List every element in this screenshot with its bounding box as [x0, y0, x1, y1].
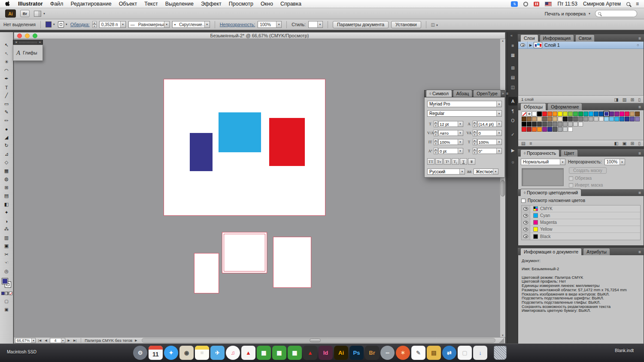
stroke-weight-stepper[interactable]: ▲▼ — [92, 21, 97, 28]
tab-document-info[interactable]: Информация о документе — [520, 248, 582, 255]
glyphs-panel[interactable]: A Глифы — [13, 45, 43, 61]
clip-checkbox[interactable] — [569, 176, 573, 181]
eyedropper-tool[interactable]: ✦ — [0, 208, 13, 217]
artboard-2[interactable] — [194, 253, 219, 293]
lasso-tool[interactable]: ◠ — [0, 66, 13, 75]
swatch[interactable] — [573, 122, 578, 127]
menu-item[interactable]: Файл — [50, 1, 64, 7]
swatch[interactable] — [635, 117, 640, 121]
tab-character[interactable]: ◊Символ — [426, 90, 452, 97]
swatch[interactable] — [568, 112, 573, 116]
character-rotation-field-value[interactable]: 0°▼ — [477, 148, 502, 154]
direct-selection-tool[interactable]: ↖ — [0, 50, 13, 58]
dock-orange-app[interactable]: ✶ — [396, 346, 410, 360]
tab-transparency[interactable]: ◊Прозрачность — [520, 149, 559, 157]
zoom-level-select[interactable]: 66,67%▼ — [15, 338, 36, 343]
style-select[interactable]: ▼ — [308, 21, 323, 28]
actions-dock-icon[interactable]: ▶ — [508, 146, 517, 154]
glyphs-panel-header[interactable]: ✕» — [13, 40, 43, 45]
dock-calendar[interactable]: 11 — [149, 346, 163, 360]
dock-blank-document[interactable]: ▢ — [458, 346, 472, 360]
opacity-label[interactable]: Непрозрачность: — [220, 22, 255, 27]
leading-field[interactable]: A▲▼(14,4 pt)▼ — [466, 121, 502, 127]
panel-menu-icon[interactable]: ≡ — [638, 105, 644, 110]
baseline-shift-field[interactable]: Aª▲▼0 pt▼ — [427, 148, 463, 154]
plate-visibility-toggle[interactable] — [522, 212, 530, 219]
swatch-none[interactable] — [522, 112, 526, 116]
swatch[interactable] — [563, 117, 568, 121]
menu-item[interactable]: Текст — [144, 1, 158, 7]
overprint-preview-checkbox[interactable] — [521, 199, 526, 203]
make-clipping-mask-icon[interactable]: ◨ — [614, 97, 619, 102]
baseline-shift-field-value[interactable]: 0 pt▼ — [438, 148, 463, 154]
preferences-button[interactable]: Установки — [391, 21, 421, 28]
swatch[interactable] — [573, 117, 578, 121]
swatch[interactable] — [563, 122, 568, 127]
superscript-button[interactable]: T¹ — [444, 158, 451, 165]
swatch[interactable] — [609, 112, 614, 116]
notification-center-icon[interactable]: ≡ — [636, 1, 639, 7]
opacity-field[interactable]: 100%▼ — [258, 21, 282, 28]
font-family-select[interactable]: Myriad Pro▼ — [427, 101, 502, 107]
opentype-dock-icon[interactable]: O — [508, 116, 517, 125]
swatch-options-icon[interactable]: ◧ — [614, 141, 619, 146]
scroll-down-icon[interactable]: ▼ — [500, 334, 505, 337]
menu-item[interactable]: Окно — [261, 1, 273, 7]
new-layer-icon[interactable]: ⊞ — [630, 97, 634, 102]
swatch[interactable] — [599, 112, 604, 116]
menu-clock[interactable]: Пт 11:53 — [557, 1, 577, 7]
vertical-scroll-thumb[interactable] — [501, 180, 505, 196]
language-select[interactable]: Русский▼ — [427, 169, 465, 175]
panel-resize-grip[interactable]: ∙ ∙ ∙ ∙ — [518, 339, 644, 342]
layer-row[interactable]: ▶ Слой 1 ○ — [518, 42, 644, 49]
swatch[interactable] — [563, 112, 568, 116]
tab-attributes[interactable]: Атрибуты — [583, 248, 610, 255]
horizontal-scrollbar[interactable] — [142, 338, 495, 343]
artboard-number-select[interactable]: 4▼ — [50, 338, 65, 343]
control-extra-icon[interactable]: ◫▼ — [431, 22, 438, 27]
vertical-scrollbar[interactable]: ▲ ▼ — [500, 39, 505, 337]
plate-row[interactable]: CMYK — [522, 205, 640, 212]
mesh-tool[interactable]: ▤ — [0, 192, 13, 200]
fill-color-control[interactable]: ▼ — [46, 21, 55, 27]
eraser-tool[interactable]: ◢ — [0, 133, 13, 142]
layer-target-icon[interactable]: ○ — [632, 43, 644, 47]
strikethrough-button[interactable]: T — [468, 158, 475, 165]
plate-visibility-toggle[interactable] — [522, 233, 530, 240]
tab-appearance[interactable]: Оформление — [547, 103, 582, 110]
swatch[interactable] — [537, 112, 542, 116]
swatch-registration[interactable]: ⊕ — [527, 112, 532, 116]
plate-visibility-toggle[interactable] — [522, 219, 530, 226]
kerning-field[interactable]: V/A▲▼Авто▼ — [427, 130, 463, 136]
tab-layers[interactable]: Слои — [520, 34, 538, 42]
new-color-group-icon[interactable]: ▣ — [622, 141, 626, 146]
stepper-icon[interactable]: ▲▼ — [434, 121, 438, 127]
panel-menu-icon[interactable]: ≡ — [638, 190, 644, 196]
tab-separations-preview[interactable]: ◊Просмотр цветоделений — [520, 189, 581, 196]
document-title-bar[interactable]: Безымянный-2* @ 66,67% (CMYK/Просмотр) — [14, 32, 505, 39]
swatch[interactable] — [547, 117, 552, 121]
rectangle-tool[interactable]: ▭ — [0, 100, 13, 108]
artboard-3[interactable] — [222, 232, 267, 273]
swatch[interactable] — [568, 122, 573, 127]
swatch[interactable] — [604, 117, 609, 121]
status-menu-arrow-icon[interactable]: ▶ — [134, 339, 138, 342]
appearance-dock-icon[interactable]: ☼ — [508, 157, 517, 166]
stepper-icon[interactable]: ▲▼ — [434, 148, 438, 154]
menu-user[interactable]: Смирнов Артем — [583, 1, 621, 7]
panel-grip-icon[interactable]: ≡ — [508, 41, 517, 50]
dock-photoshop[interactable]: Ps — [349, 346, 364, 360]
swatch[interactable] — [537, 127, 542, 132]
preflight-dock-icon[interactable]: ✓ — [508, 130, 517, 139]
stroke-weight-label[interactable]: Обводка: — [70, 22, 90, 27]
blob-brush-tool[interactable]: ● — [0, 125, 13, 133]
navy-rectangle[interactable] — [190, 133, 213, 171]
close-icon[interactable]: ✕ — [15, 41, 18, 44]
swatch[interactable] — [614, 112, 619, 116]
swatch[interactable] — [604, 112, 609, 116]
status-profile[interactable]: Палитра CMYK без тегов — [85, 338, 132, 343]
column-graph-tool[interactable]: ▥ — [0, 234, 13, 242]
swatch[interactable] — [614, 117, 619, 121]
swatch[interactable] — [599, 117, 604, 121]
make-mask-button[interactable]: Создать маску — [569, 167, 607, 174]
